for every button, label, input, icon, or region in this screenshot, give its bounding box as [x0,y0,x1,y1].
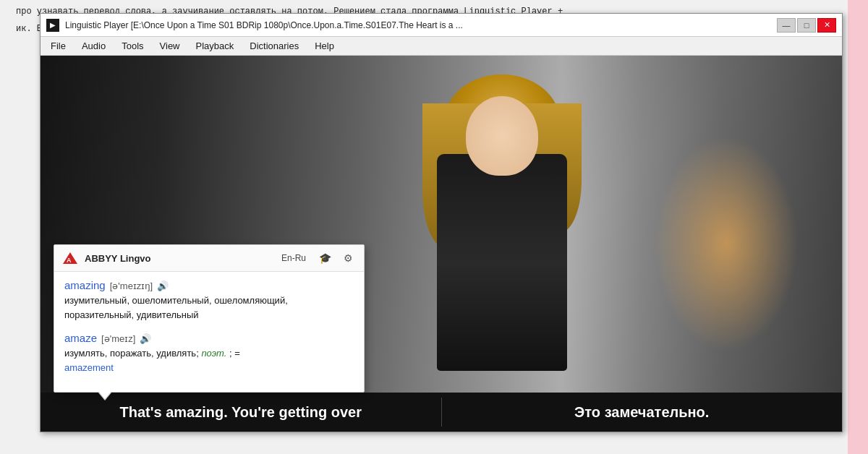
dict-translation-note: поэт. [201,348,226,359]
dict-gear-button[interactable]: ⚙ [339,249,357,267]
app-window: Linguistic Player [E:\Once Upon a Time S… [40,13,843,432]
dict-transcription-amaze: [ə'meɪz] [101,333,135,344]
dict-entry-amazing: amazing [ə'meɪzɪŋ] 🔊 изумительный, ошело… [64,279,354,322]
subtitle-russian: Это замечательно. [574,404,709,420]
svg-text:A: A [67,257,72,264]
dict-word-line-1: amazing [ə'meɪzɪŋ] 🔊 [64,279,354,291]
dict-word-line-2: amaze [ə'meɪz] 🔊 [64,332,354,344]
menu-bar: File Audio Tools View Playback Dictionar… [41,37,842,56]
menu-playback[interactable]: Playback [189,39,242,53]
menu-tools[interactable]: Tools [114,39,150,53]
dict-audio-amazing[interactable]: 🔊 [157,280,169,291]
menu-audio[interactable]: Audio [75,39,113,53]
character-face [466,96,538,176]
subtitle-bar: That's amazing. You're getting over Это … [41,393,842,432]
dict-translation-main: изумлять, поражать, удивлять; [64,348,201,359]
dict-translation-amaze: изумлять, поражать, удивлять; поэт. ; = … [64,346,354,374]
title-bar: Linguistic Player [E:\Once Upon a Time S… [41,14,842,37]
dict-app-name: ABBYY Lingvo [85,253,276,264]
character-figure [401,74,603,382]
subtitle-left-panel: That's amazing. You're getting over [41,404,441,421]
video-frame: That's amazing. You're getting over Это … [41,56,842,432]
dict-transcription-amazing: [ə'meɪzɪŋ] [110,280,153,291]
window-title: Linguistic Player [E:\Once Upon a Time S… [65,20,771,30]
maximize-button[interactable]: □ [797,18,816,33]
dict-header: A ABBYY Lingvo En-Ru 🎓 ⚙ [54,245,364,272]
minimize-button[interactable]: — [777,18,796,33]
dict-translation-link[interactable]: amazement [64,362,114,373]
dict-body: amazing [ə'meɪzɪŋ] 🔊 изумительный, ошело… [54,272,364,392]
right-sidebar [848,0,868,454]
dict-audio-amaze[interactable]: 🔊 [140,333,151,344]
menu-dictionaries[interactable]: Dictionaries [242,39,306,53]
subtitle-right-panel: Это замечательно. [442,404,843,421]
menu-file[interactable]: File [43,39,73,53]
menu-view[interactable]: View [153,39,187,53]
menu-help[interactable]: Help [307,39,341,53]
abbyy-logo-icon: A [61,251,79,265]
subtitle-english: That's amazing. You're getting over [120,404,362,420]
fire-glow [654,135,799,352]
dict-graduation-button[interactable]: 🎓 [316,249,333,267]
window-controls: — □ ✕ [777,18,836,33]
dict-word-amaze[interactable]: amaze [64,332,97,344]
dict-entry-amaze: amaze [ə'meɪz] 🔊 изумлять, поражать, уди… [64,332,354,374]
close-button[interactable]: ✕ [817,18,836,33]
dict-translation-sep: ; = [226,348,239,359]
dict-word-amazing[interactable]: amazing [64,279,106,291]
dict-translation-amazing: изумительный, ошеломительный, ошеломляющ… [64,294,354,322]
dict-language-pair: En-Ru [281,253,306,263]
dictionary-popup: A ABBYY Lingvo En-Ru 🎓 ⚙ amazing [ə'meɪz… [54,244,365,393]
app-icon [46,19,59,32]
character-body [437,154,567,371]
video-area[interactable]: That's amazing. You're getting over Это … [41,56,842,432]
